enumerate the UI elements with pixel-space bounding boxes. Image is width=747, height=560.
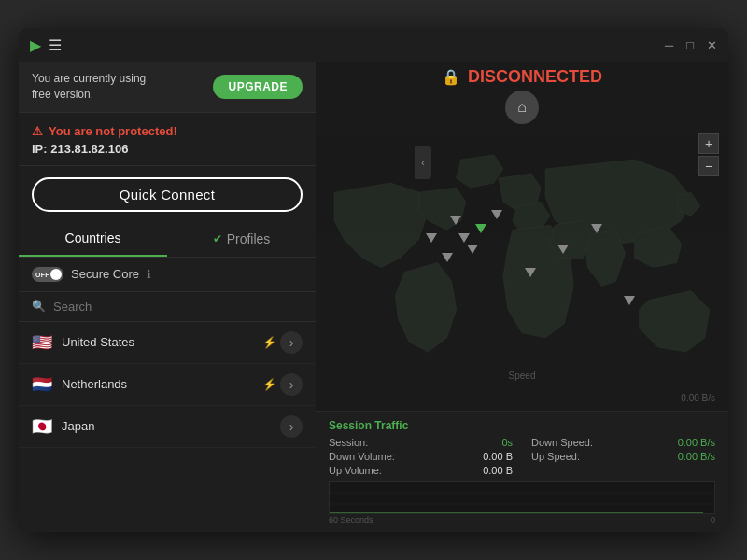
secure-core-toggle[interactable]: OFF xyxy=(32,267,63,282)
quick-connect-button[interactable]: Quick Connect xyxy=(32,177,303,212)
map-container: + − 0.00 B/s Speed xyxy=(316,124,728,411)
upgrade-text: You are currently using free version. xyxy=(32,71,146,103)
right-panel: 🔒 DISCONNECTED ⌂ xyxy=(316,62,728,532)
stat-down-volume: Down Volume: 0.00 B xyxy=(329,450,513,463)
country-flag: 🇺🇸 xyxy=(32,332,52,353)
stats-header: Session Traffic xyxy=(329,419,715,432)
disconnect-row: 🔒 DISCONNECTED xyxy=(442,67,602,87)
fast-connect-icon: ⚡ xyxy=(262,336,276,349)
country-flag: 🇳🇱 xyxy=(32,374,52,395)
status-label: DISCONNECTED xyxy=(468,67,602,87)
stat-down-speed: Down Speed: 0.00 B/s xyxy=(531,436,715,449)
stats-grid: Session: 0s Down Speed: 0.00 B/s Down Vo… xyxy=(329,436,715,477)
search-icon: 🔍 xyxy=(32,300,46,313)
speed-label: Speed xyxy=(509,371,536,381)
down-speed-label: Down Speed: xyxy=(531,437,593,448)
minimize-button[interactable]: ─ xyxy=(665,39,673,51)
warning-section: ⚠ You are not protected! IP: 213.81.82.1… xyxy=(19,113,316,166)
expand-icon[interactable]: › xyxy=(280,373,303,396)
country-tabs: Countries ✔ Profiles xyxy=(19,221,316,258)
zoom-controls: + − xyxy=(698,133,719,176)
country-item[interactable]: 🇯🇵 Japan › xyxy=(19,406,316,448)
close-button[interactable]: ✕ xyxy=(707,39,717,51)
right-header-row: 🔒 DISCONNECTED ⌂ xyxy=(316,62,728,124)
warning-label: ⚠ You are not protected! xyxy=(32,124,303,138)
up-speed-label: Up Speed: xyxy=(531,451,580,462)
session-label: Session: xyxy=(329,437,368,448)
up-volume-label: Up Volume: xyxy=(329,465,382,476)
speed-axis: 60 Seconds 0 xyxy=(329,515,715,525)
expand-icon[interactable]: › xyxy=(280,415,303,438)
stat-session: Session: 0s xyxy=(329,436,513,449)
search-row: 🔍 xyxy=(19,292,316,322)
secure-core-label: Secure Core xyxy=(71,267,139,281)
tab-countries[interactable]: Countries xyxy=(19,221,167,257)
main-content: You are currently using free version. UP… xyxy=(19,62,728,532)
stat-up-volume: Up Volume: 0.00 B xyxy=(329,464,513,477)
search-input[interactable] xyxy=(53,300,303,314)
titlebar-right: ─ □ ✕ xyxy=(665,39,717,51)
secure-core-row: OFF Secure Core ℹ xyxy=(19,258,316,292)
country-name: United States xyxy=(62,335,262,349)
warning-triangle-icon: ⚠ xyxy=(32,124,43,138)
up-speed-value: 0.00 B/s xyxy=(678,451,715,462)
speed-axis-end: 0 xyxy=(711,515,715,525)
fast-connect-icon: ⚡ xyxy=(262,378,276,391)
speed-indicator: 0.00 B/s xyxy=(681,393,715,403)
titlebar: ▶ ☰ ─ □ ✕ xyxy=(19,28,728,62)
up-volume-value: 0.00 B xyxy=(483,465,513,476)
app-window: ▶ ☰ ─ □ ✕ You are currently using free v… xyxy=(19,28,728,532)
collapse-panel-button[interactable]: ‹ xyxy=(415,146,431,179)
app-logo-icon: ▶ xyxy=(30,36,41,54)
speed-chart-svg xyxy=(330,482,714,513)
down-volume-value: 0.00 B xyxy=(483,451,513,462)
zoom-out-button[interactable]: − xyxy=(698,156,719,176)
lock-icon: 🔒 xyxy=(442,68,460,86)
country-name: Netherlands xyxy=(62,377,262,391)
session-value: 0s xyxy=(501,437,513,448)
toggle-off-label: OFF xyxy=(35,271,49,277)
upgrade-button[interactable]: UPGRADE xyxy=(213,75,303,99)
expand-icon[interactable]: › xyxy=(280,331,303,354)
info-icon[interactable]: ℹ xyxy=(147,268,151,281)
toggle-knob xyxy=(50,269,62,280)
country-item[interactable]: 🇺🇸 United States ⚡ › xyxy=(19,322,316,364)
country-name: Japan xyxy=(62,419,280,433)
home-button[interactable]: ⌂ xyxy=(505,91,539,124)
speed-axis-start: 60 Seconds xyxy=(329,515,374,525)
upgrade-bar: You are currently using free version. UP… xyxy=(19,62,316,113)
tab-profiles[interactable]: ✔ Profiles xyxy=(167,221,316,257)
speed-chart xyxy=(329,481,715,514)
country-flag: 🇯🇵 xyxy=(32,416,52,437)
country-item[interactable]: 🇳🇱 Netherlands ⚡ › xyxy=(19,364,316,406)
countries-list: 🇺🇸 United States ⚡ › 🇳🇱 Netherlands ⚡ › … xyxy=(19,322,316,532)
zoom-in-button[interactable]: + xyxy=(698,133,719,154)
menu-icon[interactable]: ☰ xyxy=(49,36,62,54)
toggle-track[interactable]: OFF xyxy=(32,267,63,282)
world-map xyxy=(316,124,728,411)
titlebar-left: ▶ ☰ xyxy=(30,36,62,54)
ip-address: IP: 213.81.82.106 xyxy=(32,142,303,156)
down-volume-label: Down Volume: xyxy=(329,451,395,462)
down-speed-value: 0.00 B/s xyxy=(678,437,715,448)
profiles-check-icon: ✔ xyxy=(213,232,222,245)
maximize-button[interactable]: □ xyxy=(686,39,694,51)
svg-rect-1 xyxy=(330,482,714,513)
left-panel: You are currently using free version. UP… xyxy=(19,62,316,532)
stats-panel: Session Traffic Session: 0s Down Speed: … xyxy=(316,411,728,532)
stat-up-speed: Up Speed: 0.00 B/s xyxy=(531,450,715,463)
